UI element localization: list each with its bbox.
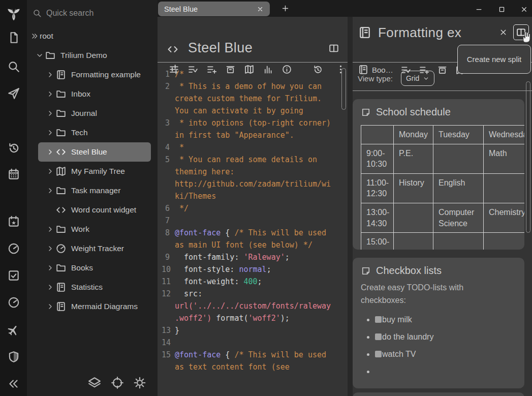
todo-label: do the laundry bbox=[382, 332, 433, 341]
tree-item-label: My Family Tree bbox=[71, 167, 125, 176]
code-line: 4 * bbox=[162, 141, 342, 154]
todo-label: watch TV bbox=[382, 350, 416, 358]
line-number: 11 bbox=[162, 276, 175, 288]
chevron-right-icon[interactable] bbox=[45, 167, 55, 175]
checkbox[interactable] bbox=[375, 351, 382, 357]
quick-search-input[interactable]: Quick search bbox=[27, 0, 158, 26]
code-editor[interactable]: 1/*2 * This is a demo of how you can cre… bbox=[162, 68, 342, 396]
calendar-icon[interactable] bbox=[7, 168, 20, 181]
gauge-icon[interactable] bbox=[7, 296, 20, 309]
tree-item-books[interactable]: Books bbox=[27, 258, 158, 278]
chevron-right-icon[interactable] bbox=[45, 90, 55, 98]
new-tab-button[interactable] bbox=[281, 4, 290, 13]
create-split-button[interactable] bbox=[328, 43, 339, 54]
shield-icon[interactable] bbox=[7, 350, 20, 363]
line-number: 2 bbox=[162, 80, 175, 117]
chevron-right-icon[interactable] bbox=[45, 129, 55, 137]
tasks-icon[interactable] bbox=[7, 269, 20, 282]
tab-steel-blue[interactable]: Steel Blue bbox=[158, 2, 270, 16]
note-icon[interactable] bbox=[7, 31, 20, 44]
code-icon bbox=[55, 204, 67, 216]
code-line: 1/* bbox=[162, 68, 342, 80]
todo-item: watch TV bbox=[375, 350, 516, 359]
line-number: 15 bbox=[162, 349, 175, 373]
chevron-right-icon[interactable] bbox=[45, 264, 55, 272]
gauge-icon[interactable] bbox=[7, 242, 20, 255]
chevron-right-icon[interactable] bbox=[45, 245, 55, 253]
chevron-right-icon[interactable] bbox=[45, 71, 55, 79]
panel-scrollbar-thumb[interactable] bbox=[526, 81, 530, 233]
card-title-checkbox-lists[interactable]: Checkbox lists bbox=[361, 265, 516, 277]
card-title-school-schedule[interactable]: School schedule bbox=[361, 106, 516, 118]
card-title-text: School schedule bbox=[376, 106, 451, 118]
chevron-down-icon[interactable] bbox=[35, 51, 45, 59]
view-type-divider bbox=[353, 90, 532, 91]
code-line: 2 * This is a demo of how you can create… bbox=[162, 80, 342, 117]
basket-icon[interactable] bbox=[437, 65, 448, 75]
folder-icon bbox=[55, 127, 67, 138]
tree-item-inbox[interactable]: Inbox bbox=[27, 84, 158, 104]
search-icon[interactable] bbox=[7, 60, 20, 73]
minimize-button[interactable] bbox=[475, 6, 483, 13]
history-icon[interactable] bbox=[7, 141, 20, 155]
folder-icon bbox=[55, 262, 67, 273]
view-type-label: View type: bbox=[358, 74, 393, 83]
line-number: 8 bbox=[162, 227, 175, 251]
note-card-icon bbox=[361, 266, 371, 276]
toolbar-divider bbox=[158, 62, 348, 63]
collapse-left-icon[interactable] bbox=[7, 377, 20, 390]
view-type-select[interactable]: Grid bbox=[401, 71, 434, 86]
tree-item-label: Books bbox=[71, 263, 93, 272]
note-tree: rootTrilium DemoFormatting exampleInboxJ… bbox=[27, 26, 158, 316]
tree-item-mermaid-diagrams[interactable]: Mermaid Diagrams bbox=[27, 297, 158, 316]
card-checkbox-lists: Checkbox lists Create easy TODO-lists wi… bbox=[353, 258, 524, 388]
close-window-button[interactable] bbox=[520, 6, 528, 13]
book-view-cards: School schedule MondayTuesdayWednesday9:… bbox=[353, 99, 524, 396]
layers-icon[interactable] bbox=[88, 376, 101, 389]
chevron-right-icon[interactable] bbox=[45, 187, 55, 195]
note-title[interactable]: Steel Blue bbox=[188, 40, 253, 56]
flight-icon[interactable] bbox=[7, 323, 20, 337]
chevron-right-icon[interactable] bbox=[45, 283, 55, 291]
checkbox[interactable] bbox=[375, 333, 382, 340]
folder-icon bbox=[55, 224, 67, 235]
maximize-button[interactable] bbox=[498, 6, 506, 13]
schedule-row: 13:00-14:30Computer ScienceChemistry bbox=[361, 203, 525, 232]
chevron-right-icon[interactable] bbox=[45, 109, 55, 117]
note-title-right[interactable]: Formatting ex bbox=[378, 25, 461, 41]
schedule-col-header: Wednesday bbox=[484, 126, 525, 144]
chevron-double-right-icon[interactable] bbox=[29, 32, 40, 40]
tree-item-root[interactable]: root bbox=[27, 26, 158, 46]
code-line: 5 * You can read some details on theming… bbox=[162, 154, 342, 202]
schedule-row: 11:00-12:30HistoryEnglish bbox=[361, 173, 525, 203]
tree-item-weight-tracker[interactable]: Weight Tracker bbox=[27, 239, 158, 258]
tab-close-icon[interactable] bbox=[257, 6, 264, 13]
checkbox[interactable] bbox=[375, 316, 382, 323]
tree-item-trilium-demo[interactable]: Trilium Demo bbox=[27, 46, 158, 65]
chevron-right-icon[interactable] bbox=[45, 225, 55, 233]
folder-icon bbox=[55, 108, 67, 119]
editor-scrollbar-thumb[interactable] bbox=[341, 68, 346, 110]
tree-item-work[interactable]: Work bbox=[27, 220, 158, 239]
tree-item-formatting-example[interactable]: Formatting example bbox=[27, 65, 158, 84]
code-line: 7 bbox=[162, 215, 342, 227]
tree-item-label: Word count widget bbox=[71, 205, 136, 215]
tree-item-journal[interactable]: Journal bbox=[27, 104, 158, 123]
line-number: 1 bbox=[162, 68, 175, 80]
tree-item-word-count-widget[interactable]: Word count widget bbox=[27, 200, 158, 220]
close-split-icon[interactable] bbox=[499, 28, 508, 37]
chevron-right-icon[interactable] bbox=[45, 302, 55, 311]
card-partial bbox=[353, 392, 524, 396]
tree-item-task-manager[interactable]: Task manager bbox=[27, 181, 158, 200]
tree-item-statistics[interactable]: Statistics bbox=[27, 278, 158, 297]
calendar-star-icon[interactable] bbox=[7, 215, 20, 228]
chevron-right-icon[interactable] bbox=[45, 148, 55, 156]
gear-icon[interactable] bbox=[133, 376, 146, 389]
tree-item-steel-blue[interactable]: Steel Blue bbox=[38, 142, 151, 162]
tree-item-my-family-tree[interactable]: My Family Tree bbox=[27, 162, 158, 181]
tree-item-tech[interactable]: Tech bbox=[27, 123, 158, 142]
send-icon[interactable] bbox=[7, 87, 20, 100]
code-line: 12 src: url('../../../custom/fonts/ralew… bbox=[162, 288, 342, 324]
crosshair-icon[interactable] bbox=[111, 376, 124, 389]
schedule-cell: 13:00-14:30 bbox=[361, 203, 394, 232]
